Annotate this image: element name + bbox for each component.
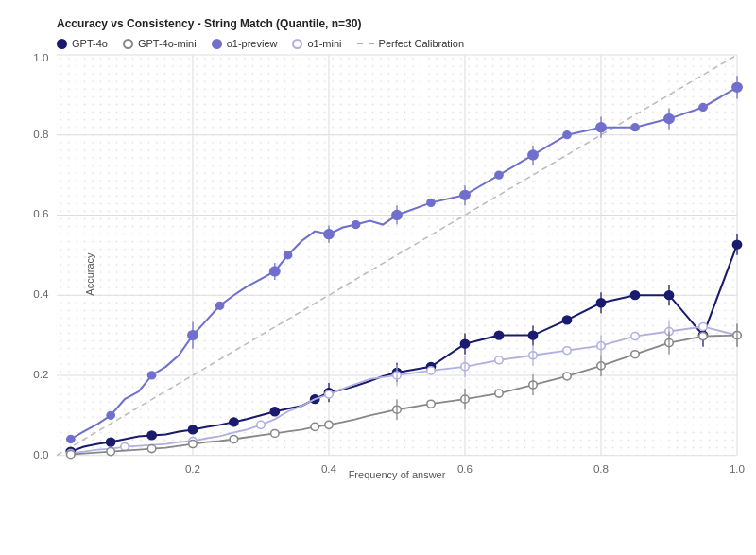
svg-point-72 bbox=[664, 291, 674, 300]
svg-text:1.0: 1.0 bbox=[730, 463, 745, 475]
svg-point-101 bbox=[631, 333, 639, 340]
svg-point-53 bbox=[699, 103, 707, 111]
svg-point-78 bbox=[494, 331, 504, 339]
svg-point-50 bbox=[495, 171, 503, 179]
svg-point-59 bbox=[270, 408, 280, 416]
legend-item-o1-preview: o1-preview bbox=[212, 38, 278, 49]
y-axis-label: Accuracy bbox=[84, 252, 95, 295]
svg-point-38 bbox=[596, 123, 607, 132]
svg-point-82 bbox=[121, 443, 129, 451]
legend-dot-o1-mini bbox=[292, 39, 302, 49]
svg-point-52 bbox=[631, 124, 639, 131]
legend-label-perfect: Perfect Calibration bbox=[379, 38, 465, 49]
svg-point-47 bbox=[284, 251, 291, 259]
svg-point-107 bbox=[230, 435, 237, 442]
svg-point-30 bbox=[324, 230, 335, 239]
svg-point-126 bbox=[631, 351, 639, 358]
legend-item-gpt4o-mini: GPT-4o-mini bbox=[123, 38, 197, 49]
svg-point-102 bbox=[699, 322, 707, 330]
svg-point-66 bbox=[460, 339, 470, 348]
svg-text:0.2: 0.2 bbox=[33, 369, 48, 380]
legend-dot-o1-preview bbox=[212, 39, 222, 49]
svg-point-34 bbox=[460, 190, 471, 199]
chart-title: Accuracy vs Consistency - String Match (… bbox=[57, 17, 737, 30]
svg-point-56 bbox=[147, 431, 157, 440]
svg-point-43 bbox=[67, 435, 75, 442]
svg-point-49 bbox=[427, 199, 435, 206]
legend-item-perfect: Perfect Calibration bbox=[357, 38, 465, 49]
svg-point-106 bbox=[189, 441, 197, 448]
svg-point-104 bbox=[107, 448, 114, 456]
legend-item-o1-mini: o1-mini bbox=[292, 38, 341, 49]
svg-point-98 bbox=[427, 367, 435, 374]
svg-point-100 bbox=[563, 347, 571, 355]
legend-dot-gpt4o-mini bbox=[123, 39, 133, 49]
svg-point-85 bbox=[325, 390, 333, 398]
svg-point-48 bbox=[352, 221, 359, 229]
svg-point-108 bbox=[271, 429, 279, 437]
svg-point-109 bbox=[311, 423, 318, 430]
svg-point-70 bbox=[596, 299, 606, 307]
svg-point-99 bbox=[495, 356, 503, 364]
svg-point-124 bbox=[495, 390, 503, 397]
svg-point-110 bbox=[325, 421, 333, 428]
svg-point-46 bbox=[215, 302, 223, 309]
svg-point-42 bbox=[732, 82, 743, 92]
svg-point-58 bbox=[230, 418, 239, 426]
chart-svg: 0.0 0.2 0.4 0.6 0.8 1.0 0.2 0.4 0.6 0.8 … bbox=[57, 55, 737, 494]
legend-label-o1-mini: o1-mini bbox=[307, 38, 341, 49]
legend-dash-perfect bbox=[357, 43, 374, 44]
svg-point-32 bbox=[392, 210, 403, 219]
legend: GPT-4o GPT-4o-mini o1-preview o1-mini Pe… bbox=[57, 38, 737, 49]
svg-point-28 bbox=[270, 267, 281, 276]
legend-label-gpt4o: GPT-4o bbox=[72, 38, 108, 49]
legend-dot-gpt4o bbox=[57, 39, 67, 49]
svg-point-76 bbox=[732, 240, 742, 249]
svg-point-44 bbox=[107, 411, 114, 419]
svg-text:0.8: 0.8 bbox=[593, 463, 609, 475]
svg-text:0.6: 0.6 bbox=[33, 209, 48, 220]
x-axis-label: Frequency of answer bbox=[349, 469, 446, 480]
svg-point-45 bbox=[147, 372, 155, 379]
legend-label-o1-preview: o1-preview bbox=[227, 38, 278, 49]
svg-point-51 bbox=[563, 131, 571, 139]
svg-point-80 bbox=[630, 291, 640, 300]
svg-point-84 bbox=[257, 421, 265, 428]
svg-text:0.8: 0.8 bbox=[33, 129, 48, 140]
svg-point-57 bbox=[188, 425, 198, 434]
svg-text:0.6: 0.6 bbox=[457, 463, 472, 475]
svg-point-26 bbox=[188, 331, 198, 340]
svg-point-68 bbox=[528, 331, 538, 339]
svg-text:1.0: 1.0 bbox=[33, 52, 48, 63]
svg-point-79 bbox=[562, 316, 572, 324]
legend-label-gpt4o-mini: GPT-4o-mini bbox=[138, 38, 197, 49]
svg-point-123 bbox=[427, 400, 435, 408]
svg-point-125 bbox=[563, 373, 571, 380]
svg-text:0.2: 0.2 bbox=[185, 463, 200, 475]
legend-item-gpt4o: GPT-4o bbox=[57, 38, 108, 49]
svg-point-36 bbox=[528, 150, 539, 160]
svg-text:0.4: 0.4 bbox=[321, 463, 336, 475]
svg-point-55 bbox=[106, 438, 115, 446]
chart-container: Accuracy vs Consistency - String Match (… bbox=[0, 0, 756, 555]
svg-point-40 bbox=[664, 114, 675, 124]
svg-point-103 bbox=[67, 451, 75, 459]
svg-text:0.0: 0.0 bbox=[33, 449, 48, 460]
svg-point-105 bbox=[147, 445, 155, 453]
svg-point-127 bbox=[699, 333, 707, 340]
svg-text:0.4: 0.4 bbox=[33, 288, 48, 300]
